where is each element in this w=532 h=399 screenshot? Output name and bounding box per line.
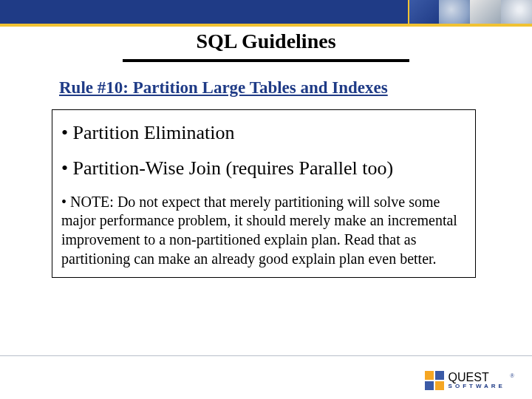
logo-mark-icon [425, 371, 444, 390]
bullet-partition-elimination: • Partition Elimination [61, 122, 466, 144]
slide-title: SQL Guidelines [0, 30, 532, 53]
logo-text-top: QUEST [449, 372, 505, 383]
corner-graphic-cell [408, 0, 439, 24]
slide: SQL Guidelines Rule #10: Partition Large… [0, 0, 532, 399]
registered-mark-icon: ® [510, 372, 514, 379]
corner-graphic-cell [439, 0, 470, 24]
rule-heading: Rule #10: Partition Large Tables and Ind… [59, 78, 473, 98]
header-corner-graphic [408, 0, 532, 24]
header-accent-strip [0, 24, 532, 27]
corner-graphic-cell [470, 0, 501, 24]
logo-text: QUEST SOFTWARE [449, 372, 505, 389]
logo-text-bottom: SOFTWARE [449, 383, 505, 389]
note-paragraph: • NOTE: Do not expect that merely partit… [61, 193, 466, 268]
title-underline [123, 59, 409, 62]
footer-divider [0, 355, 532, 356]
bullet-partition-wise-join: • Partition-Wise Join (requires Parallel… [61, 157, 466, 180]
footer-logo: QUEST SOFTWARE ® [425, 371, 514, 390]
corner-graphic-cell [501, 0, 532, 24]
content-box: • Partition Elimination • Partition-Wise… [52, 109, 476, 278]
